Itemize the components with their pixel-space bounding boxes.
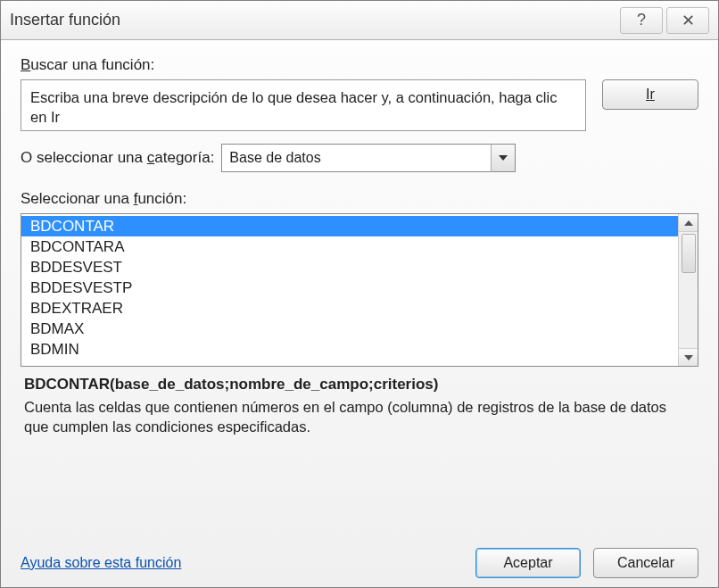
list-item[interactable]: BDMAX (21, 319, 678, 339)
function-signature: BDCONTAR(base_de_datos;nombre_de_campo;c… (24, 376, 695, 393)
dialog-footer: Ayuda sobre esta función Aceptar Cancela… (21, 530, 698, 578)
cancel-button[interactable]: Cancelar (593, 548, 698, 578)
category-label: O seleccionar una categoría: (21, 149, 214, 167)
insert-function-dialog: Insertar función ? ✕ Buscar una función:… (0, 0, 719, 588)
titlebar: Insertar función ? ✕ (1, 1, 718, 40)
scroll-track[interactable] (679, 232, 698, 348)
function-description: BDCONTAR(base_de_datos;nombre_de_campo;c… (21, 374, 698, 439)
search-input[interactable]: Escriba una breve descripción de lo que … (21, 79, 586, 131)
search-label: Buscar una función: (21, 56, 698, 74)
help-link[interactable]: Ayuda sobre esta función (21, 555, 181, 571)
list-item[interactable]: BDDESVEST (21, 257, 678, 277)
function-list-label: Seleccionar una función: (21, 190, 698, 208)
scroll-up-button[interactable] (679, 214, 698, 232)
close-button[interactable]: ✕ (666, 7, 709, 34)
function-listbox[interactable]: BDCONTARBDCONTARABDDESVESTBDDESVESTPBDEX… (21, 213, 698, 367)
ok-button[interactable]: Aceptar (475, 548, 581, 578)
scrollbar[interactable] (678, 214, 698, 366)
dialog-body: Buscar una función: Escriba una breve de… (1, 40, 718, 587)
scroll-down-button[interactable] (679, 348, 698, 366)
list-item[interactable]: BDCONTAR (21, 216, 678, 236)
list-item[interactable]: BDDESVESTP (21, 277, 678, 298)
chevron-down-icon (684, 355, 693, 360)
category-select[interactable]: Base de datos (221, 144, 516, 172)
list-item[interactable]: BDEXTRAER (21, 298, 678, 319)
scroll-thumb[interactable] (682, 234, 696, 273)
go-button[interactable]: Ir (602, 79, 698, 110)
chevron-up-icon (684, 220, 693, 226)
list-item[interactable]: BDCONTARA (21, 236, 678, 257)
list-item[interactable]: BDMIN (21, 339, 678, 360)
help-button[interactable]: ? (620, 7, 663, 34)
category-dropdown-button[interactable] (491, 144, 516, 172)
close-icon: ✕ (682, 11, 695, 30)
function-description-text: Cuenta las celdas que contienen números … (24, 397, 695, 437)
help-icon: ? (637, 11, 646, 29)
category-selected-value: Base de datos (221, 144, 516, 172)
chevron-down-icon (499, 155, 508, 161)
window-title: Insertar función (10, 11, 120, 29)
